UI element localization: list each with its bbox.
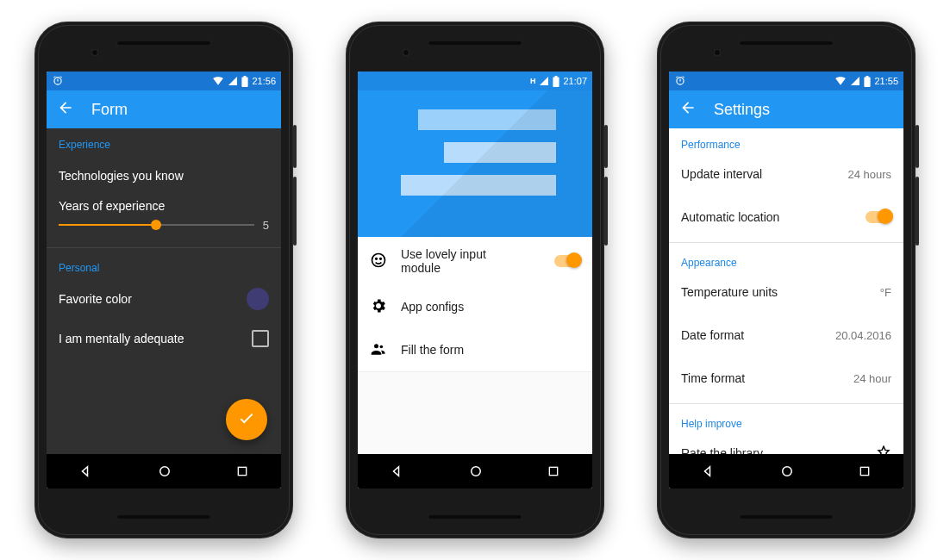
row-time-format[interactable]: Time format 24 hour xyxy=(669,357,903,400)
row-label: Automatic location xyxy=(681,210,779,224)
svg-rect-1 xyxy=(239,467,247,475)
section-appearance: Appearance xyxy=(669,246,903,271)
check-icon xyxy=(237,408,256,431)
svg-point-0 xyxy=(160,467,170,476)
camera-dot xyxy=(714,49,721,56)
option-list: Use lovely input module App configs xyxy=(358,237,592,372)
device-1: 21:56 Form Experience Technologies you k… xyxy=(34,22,293,538)
page-title: Form xyxy=(91,101,128,119)
row-use-lovely[interactable]: Use lovely input module xyxy=(358,237,592,285)
nav-home[interactable] xyxy=(766,458,809,484)
svg-point-11 xyxy=(783,467,792,476)
signal-icon xyxy=(850,76,860,86)
power-button xyxy=(604,125,608,168)
settings-body: Performance Update interval 24 hours Aut… xyxy=(669,128,903,454)
color-swatch xyxy=(247,288,269,310)
alarm-icon xyxy=(52,75,64,87)
divider xyxy=(47,247,281,248)
wifi-icon xyxy=(834,76,847,86)
signal-icon xyxy=(539,76,549,86)
app-bar: Form xyxy=(47,90,281,128)
screen-3: 21:55 Settings Performance Update interv… xyxy=(669,72,903,488)
years-slider[interactable] xyxy=(59,218,254,232)
gear-icon xyxy=(370,297,387,317)
fab-submit[interactable] xyxy=(226,399,267,440)
nav-recent[interactable] xyxy=(222,459,263,483)
row-mentally-adequate[interactable]: I am mentally adequate xyxy=(47,319,281,358)
battery-icon xyxy=(241,76,248,87)
row-value: 24 hour xyxy=(853,372,891,385)
speaker-top xyxy=(116,40,211,46)
android-nav-bar xyxy=(669,454,903,488)
switch-auto-location[interactable] xyxy=(866,211,891,223)
status-time: 21:07 xyxy=(563,76,587,86)
smiley-icon xyxy=(370,252,387,271)
star-icon xyxy=(876,445,891,455)
screen-1: 21:56 Form Experience Technologies you k… xyxy=(47,72,281,488)
section-performance: Performance xyxy=(669,128,903,152)
switch-knob xyxy=(566,252,582,268)
svg-point-6 xyxy=(380,345,384,348)
row-auto-location[interactable]: Automatic location xyxy=(669,196,903,239)
status-bar: 21:56 xyxy=(47,72,281,90)
row-fill-form[interactable]: Fill the form xyxy=(358,328,592,371)
row-favorite-color[interactable]: Favorite color xyxy=(47,279,281,319)
row-technologies[interactable]: Technologies you know xyxy=(47,156,281,196)
back-icon[interactable] xyxy=(679,99,697,120)
status-bar: 21:55 xyxy=(669,72,903,90)
people-icon xyxy=(370,340,387,360)
wifi-icon xyxy=(212,76,224,86)
app-bar: Settings xyxy=(669,90,903,128)
row-update-interval[interactable]: Update interval 24 hours xyxy=(669,152,903,196)
svg-rect-12 xyxy=(861,467,869,475)
form-body: Experience Technologies you know Years o… xyxy=(47,128,281,454)
nav-back[interactable] xyxy=(65,458,108,484)
row-label: Temperature units xyxy=(681,285,778,299)
nav-home[interactable] xyxy=(454,458,497,484)
slider-thumb[interactable] xyxy=(151,220,161,230)
screen-2: H 21:07 xyxy=(358,72,592,488)
android-nav-bar xyxy=(47,454,281,488)
slider-fill xyxy=(59,224,156,226)
row-rate[interactable]: Rate the library xyxy=(669,432,903,454)
volume-buttons xyxy=(293,177,297,246)
svg-point-2 xyxy=(372,253,385,266)
svg-rect-8 xyxy=(550,467,558,475)
camera-dot xyxy=(91,49,98,56)
speaker-bottom xyxy=(739,514,834,520)
row-value: 20.04.2016 xyxy=(835,329,891,342)
nav-back[interactable] xyxy=(376,458,419,484)
row-value: 24 hours xyxy=(847,168,891,181)
speaker-top xyxy=(428,40,522,46)
hero-banner xyxy=(358,90,592,237)
speaker-top xyxy=(739,40,834,46)
row-temp-units[interactable]: Temperature units °F xyxy=(669,271,903,314)
row-years[interactable]: Years of experience 5 xyxy=(47,196,281,244)
row-label: Technologies you know xyxy=(59,169,184,183)
row-label: Date format xyxy=(681,328,744,342)
row-label: I am mentally adequate xyxy=(59,332,184,345)
nav-recent[interactable] xyxy=(844,459,885,483)
power-button xyxy=(916,125,919,168)
nav-recent[interactable] xyxy=(533,459,574,483)
signal-icon xyxy=(228,76,238,86)
volume-buttons xyxy=(916,177,919,246)
row-label: Time format xyxy=(681,371,745,385)
back-icon[interactable] xyxy=(57,99,74,120)
switch-use-lovely[interactable] xyxy=(554,255,580,267)
section-experience: Experience xyxy=(47,128,281,156)
checkbox[interactable] xyxy=(252,330,269,347)
nav-back[interactable] xyxy=(687,458,730,484)
speaker-bottom xyxy=(428,514,522,520)
svg-point-5 xyxy=(374,344,378,348)
row-label: Use lovely input module xyxy=(401,247,527,275)
row-date-format[interactable]: Date format 20.04.2016 xyxy=(669,314,903,357)
status-time: 21:55 xyxy=(874,76,898,86)
row-app-configs[interactable]: App configs xyxy=(358,285,592,328)
android-nav-bar xyxy=(358,454,592,488)
device-3: 21:55 Settings Performance Update interv… xyxy=(657,22,916,538)
nav-home[interactable] xyxy=(143,458,186,484)
page-title: Settings xyxy=(714,101,770,119)
divider xyxy=(669,242,903,243)
row-label: Update interval xyxy=(681,167,762,181)
